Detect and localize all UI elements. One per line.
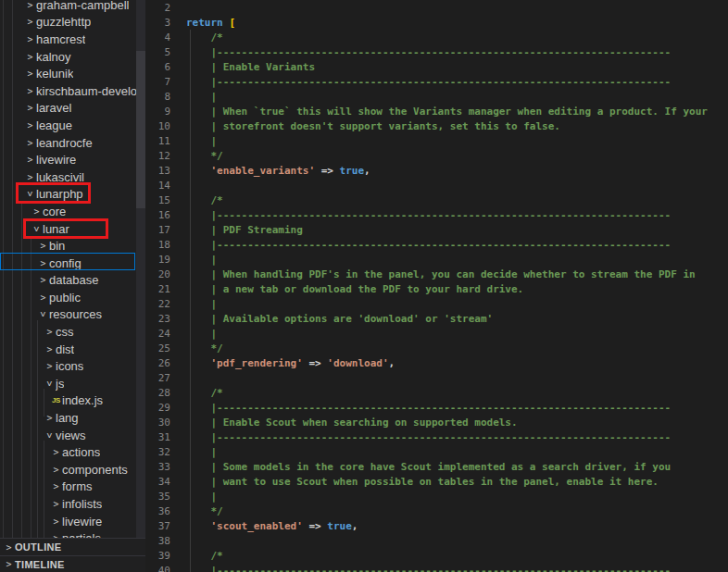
chevron-right-icon: > bbox=[3, 542, 15, 553]
code-line[interactable]: 20 | When handling PDF's in the panel, y… bbox=[145, 267, 728, 281]
code-line[interactable]: 10 | storefront doesn't support variants… bbox=[145, 118, 728, 133]
tree-item-infolists[interactable]: >infolists bbox=[0, 495, 145, 513]
code-token: |---------------------------------------… bbox=[186, 565, 671, 572]
code-line[interactable]: 31 |------------------------------------… bbox=[145, 429, 728, 444]
timeline-section-header[interactable]: > TIMELINE bbox=[0, 555, 145, 572]
code-text: | want to use Scout when possible on tab… bbox=[170, 476, 659, 488]
code-text: | bbox=[170, 446, 217, 458]
code-line[interactable]: 4 /* bbox=[145, 30, 728, 44]
code-line[interactable]: 32 | bbox=[145, 444, 728, 459]
code-line[interactable]: 5 |-------------------------------------… bbox=[145, 44, 728, 59]
code-line[interactable]: 35 | bbox=[145, 489, 728, 504]
tree-item-livewire[interactable]: >livewire bbox=[0, 151, 145, 168]
tree-item-bin[interactable]: >bin bbox=[0, 237, 145, 255]
code-token: , bbox=[352, 520, 358, 532]
code-line[interactable]: 39 /* bbox=[145, 548, 728, 563]
code-line[interactable]: 19 | bbox=[145, 252, 728, 267]
tree-item-icons[interactable]: >icons bbox=[0, 357, 145, 375]
code-text: 'pdf_rendering' => 'download', bbox=[170, 357, 395, 369]
tree-item-label: core bbox=[43, 205, 66, 218]
tree-item-resources[interactable]: >resources bbox=[0, 306, 145, 324]
code-line[interactable]: 38 bbox=[145, 533, 728, 548]
tree-item-lunar[interactable]: >lunar bbox=[0, 220, 145, 238]
tree-item-hamcrest[interactable]: >hamcrest bbox=[0, 31, 145, 48]
outline-section-header[interactable]: > OUTLINE bbox=[0, 538, 145, 555]
code-line[interactable]: 33 | Some models in the core have Scout … bbox=[145, 459, 728, 474]
code-line[interactable]: 17 | PDF Streaming bbox=[145, 222, 728, 237]
code-line[interactable]: 12 */ bbox=[145, 148, 728, 163]
tree-item-livewire[interactable]: >livewire bbox=[0, 513, 145, 530]
code-line[interactable]: 21 | a new tab or download the PDF to yo… bbox=[145, 281, 728, 296]
code-token: => bbox=[321, 165, 333, 177]
code-text: | storefront doesn't support variants, s… bbox=[170, 120, 560, 132]
chevron-down-icon: > bbox=[44, 378, 55, 390]
code-editor[interactable]: 23return [4 /*5 |-----------------------… bbox=[145, 0, 728, 572]
code-line[interactable]: 11 | bbox=[145, 133, 728, 148]
tree-item-lang[interactable]: >lang bbox=[0, 409, 145, 427]
tree-item-core[interactable]: >core bbox=[0, 203, 145, 220]
tree-item-dist[interactable]: >dist bbox=[0, 341, 145, 358]
tree-item-forms[interactable]: >forms bbox=[0, 479, 145, 496]
code-line[interactable]: 13 'enable_variants' => true, bbox=[145, 163, 728, 178]
line-number: 12 bbox=[145, 150, 170, 162]
code-line[interactable]: 24 | bbox=[145, 326, 728, 341]
code-line[interactable]: 28 /* bbox=[145, 385, 728, 400]
code-line[interactable]: 34 | want to use Scout when possible on … bbox=[145, 474, 728, 489]
tree-item-database[interactable]: >database bbox=[0, 272, 145, 290]
tree-item-index-js[interactable]: JSindex.js bbox=[0, 392, 145, 410]
tree-item-js[interactable]: >js bbox=[0, 375, 145, 392]
code-token: true bbox=[327, 520, 352, 532]
line-number: 28 bbox=[145, 387, 170, 399]
editor-code-area[interactable]: 23return [4 /*5 |-----------------------… bbox=[145, 0, 728, 572]
tree-item-laravel[interactable]: >laravel bbox=[0, 100, 145, 118]
tree-item-components[interactable]: >components bbox=[0, 461, 145, 479]
code-token: /* bbox=[186, 31, 223, 44]
code-line[interactable]: 36 */ bbox=[145, 504, 728, 518]
tree-item-label: dist bbox=[56, 342, 74, 356]
code-line[interactable]: 25 */ bbox=[145, 341, 728, 355]
code-line[interactable]: 22 | bbox=[145, 296, 728, 311]
tree-item-label: infolists bbox=[62, 497, 102, 511]
tree-item-league[interactable]: >league bbox=[0, 117, 145, 134]
code-line[interactable]: 29 |------------------------------------… bbox=[145, 400, 728, 415]
code-line[interactable]: 37 'scout_enabled' => true, bbox=[145, 518, 728, 533]
code-line[interactable]: 40 |------------------------------------… bbox=[145, 563, 728, 572]
chevron-right-icon: > bbox=[24, 68, 36, 79]
code-line[interactable]: 18 |------------------------------------… bbox=[145, 237, 728, 252]
code-line[interactable]: 23 | Available options are 'download' or… bbox=[145, 311, 728, 326]
tree-item-css[interactable]: >css bbox=[0, 323, 145, 341]
code-token: | When handling PDF's in the panel, you … bbox=[186, 268, 696, 280]
code-line[interactable]: 30 | Enable Scout when searching on supp… bbox=[145, 415, 728, 429]
tree-item-lunarphp[interactable]: >lunarphp bbox=[0, 186, 145, 204]
tree-item-graham-campbell[interactable]: >graham-campbell bbox=[0, 0, 145, 14]
code-line[interactable]: 6 | Enable Variants bbox=[145, 59, 728, 74]
tree-item-config[interactable]: >config bbox=[0, 255, 145, 272]
line-number: 11 bbox=[145, 135, 170, 147]
tree-item-views[interactable]: >views bbox=[0, 427, 145, 444]
code-line[interactable]: 7 |-------------------------------------… bbox=[145, 74, 728, 89]
tree-item-kalnoy[interactable]: >kalnoy bbox=[0, 48, 145, 66]
tree-item-actions[interactable]: >actions bbox=[0, 443, 145, 461]
code-line[interactable]: 2 bbox=[145, 0, 728, 15]
tree-item-public[interactable]: >public bbox=[0, 289, 145, 306]
tree-item-leandrocfe[interactable]: >leandrocfe bbox=[0, 134, 145, 152]
sidebar-scrollbar-thumb[interactable] bbox=[136, 51, 145, 208]
code-line[interactable]: 15 /* bbox=[145, 193, 728, 207]
tree-item-kelunik[interactable]: >kelunik bbox=[0, 65, 145, 82]
line-number: 23 bbox=[145, 313, 170, 325]
tree-item-label: kalnoy bbox=[36, 50, 71, 64]
sidebar-scrollbar[interactable] bbox=[136, 0, 145, 540]
code-line[interactable]: 27 bbox=[145, 370, 728, 385]
code-token: */ bbox=[186, 505, 223, 517]
tree-item-kirschbaum-develop[interactable]: >kirschbaum-develop... bbox=[0, 82, 145, 100]
code-token: , bbox=[364, 165, 370, 177]
code-line[interactable]: 9 | When `true` this will show the Varia… bbox=[145, 104, 728, 118]
code-line[interactable]: 14 bbox=[145, 178, 728, 193]
code-line[interactable]: 26 'pdf_rendering' => 'download', bbox=[145, 355, 728, 370]
code-line[interactable]: 3return [ bbox=[145, 15, 728, 30]
tree-item-lukascivil[interactable]: >lukascivil bbox=[0, 168, 145, 186]
tree-item-guzzlehttp[interactable]: >guzzlehttp bbox=[0, 14, 145, 31]
code-line[interactable]: 8 | bbox=[145, 89, 728, 104]
tree-item-label: lukascivil bbox=[36, 170, 84, 184]
code-line[interactable]: 16 |------------------------------------… bbox=[145, 207, 728, 222]
